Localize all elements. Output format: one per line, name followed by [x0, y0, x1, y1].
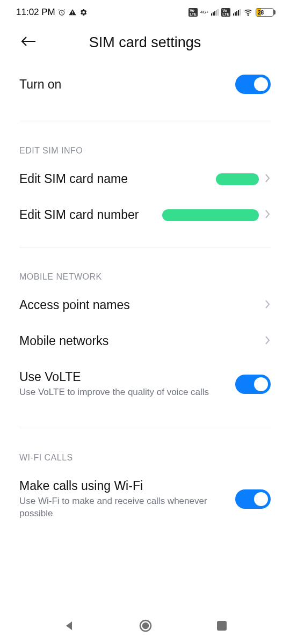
section-header-edit-sim: EDIT SIM INFO	[0, 121, 290, 161]
signal-bars-1	[211, 9, 219, 16]
battery-percent: 28	[258, 10, 264, 16]
warning-icon	[68, 8, 77, 17]
turn-on-toggle[interactable]	[235, 75, 271, 94]
volte-subtitle: Use VoLTE to improve the quality of voic…	[19, 386, 213, 399]
volte-badge-1: VoLTE	[189, 8, 198, 17]
edit-sim-name-label: Edit SIM card name	[19, 172, 207, 186]
wifi-calls-toggle[interactable]	[235, 489, 271, 509]
app-header: SIM card settings	[0, 25, 290, 62]
sim-name-value-redacted	[216, 173, 259, 185]
status-time: 11:02 PM	[16, 7, 55, 18]
wifi-calls-subtitle: Use Wi-Fi to make and receive calls when…	[19, 495, 213, 520]
volte-row[interactable]: Use VoLTE Use VoLTE to improve the quali…	[0, 359, 290, 409]
apn-row[interactable]: Access point names	[0, 287, 290, 323]
nav-recents-icon[interactable]	[216, 620, 228, 634]
battery-indicator: 28	[256, 8, 274, 17]
volte-label: Use VoLTE	[19, 370, 227, 384]
mobile-networks-row[interactable]: Mobile networks	[0, 323, 290, 359]
chevron-right-icon	[264, 299, 271, 312]
svg-rect-4	[217, 621, 227, 631]
apn-label: Access point names	[19, 298, 256, 312]
volte-badge-2: VoLTE	[221, 8, 230, 17]
volte-toggle[interactable]	[235, 375, 271, 394]
turn-on-label: Turn on	[19, 77, 227, 92]
gear-icon	[79, 8, 88, 17]
section-header-wifi-calls: WI-FI CALLS	[0, 428, 290, 468]
signal-bars-2	[233, 9, 241, 16]
network-type-label: 4G+	[200, 10, 208, 14]
mobile-networks-label: Mobile networks	[19, 334, 256, 348]
chevron-right-icon	[264, 173, 271, 186]
wifi-calls-row[interactable]: Make calls using Wi-Fi Use Wi-Fi to make…	[0, 468, 290, 531]
edit-sim-number-label: Edit SIM card number	[19, 208, 154, 222]
alarm-icon	[57, 8, 66, 17]
status-right: VoLTE 4G+ VoLTE 28	[189, 8, 274, 17]
nav-home-icon[interactable]	[138, 618, 153, 635]
svg-point-3	[143, 623, 148, 628]
wifi-calls-label: Make calls using Wi-Fi	[19, 479, 227, 493]
chevron-right-icon	[264, 209, 271, 222]
nav-back-icon[interactable]	[63, 619, 76, 634]
back-arrow-icon[interactable]	[20, 35, 37, 49]
edit-sim-number-row[interactable]: Edit SIM card number	[0, 197, 290, 233]
svg-point-1	[248, 15, 249, 16]
page-title: SIM card settings	[16, 34, 274, 51]
chevron-right-icon	[264, 335, 271, 348]
android-nav-bar	[0, 612, 290, 644]
edit-sim-name-row[interactable]: Edit SIM card name	[0, 161, 290, 197]
wifi-icon	[243, 8, 253, 17]
status-left: 11:02 PM	[16, 7, 88, 18]
sim-number-value-redacted	[162, 209, 259, 221]
turn-on-row[interactable]: Turn on	[0, 62, 290, 121]
section-header-mobile-network: MOBILE NETWORK	[0, 247, 290, 287]
status-bar: 11:02 PM VoLTE 4G+ VoLTE 28	[0, 0, 290, 25]
